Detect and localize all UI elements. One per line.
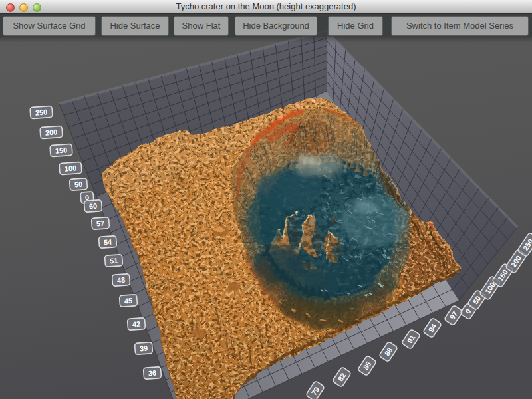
svg-text:100: 100 — [64, 164, 76, 172]
svg-text:57: 57 — [96, 219, 104, 228]
svg-text:150: 150 — [55, 146, 67, 154]
svg-text:39: 39 — [139, 344, 148, 353]
svg-text:42: 42 — [132, 320, 140, 329]
svg-text:250: 250 — [35, 108, 47, 116]
svg-text:50: 50 — [74, 180, 82, 189]
svg-text:45: 45 — [124, 297, 132, 305]
svg-text:51: 51 — [109, 257, 118, 265]
svg-text:36: 36 — [148, 369, 156, 378]
svg-text:54: 54 — [103, 238, 112, 247]
svg-text:48: 48 — [116, 276, 125, 285]
svg-text:200: 200 — [45, 128, 57, 136]
svg-text:60: 60 — [88, 202, 97, 211]
